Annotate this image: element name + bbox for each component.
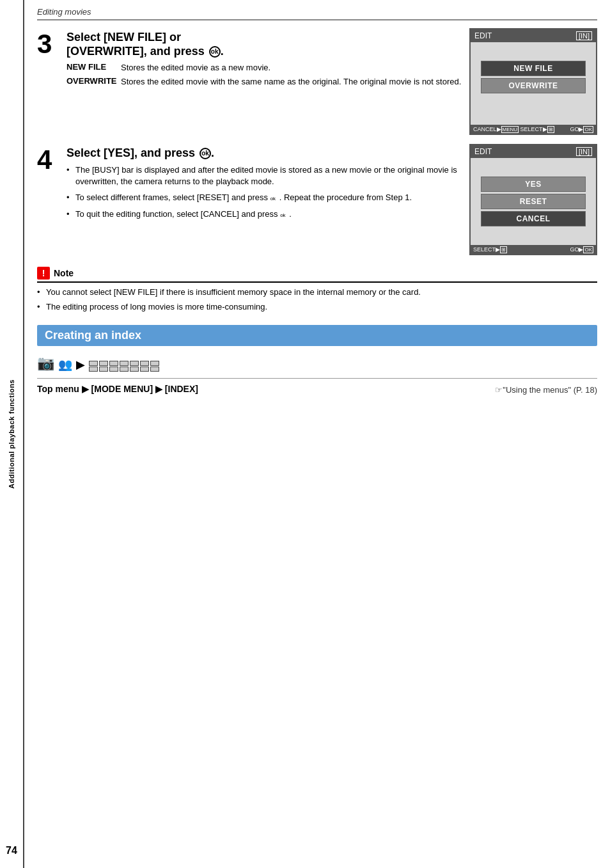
step3-ui-title: EDIT [IN] — [471, 29, 596, 42]
def-desc-overwrite: Stores the edited movie with the same na… — [121, 76, 461, 88]
film-strip — [89, 361, 159, 372]
step3-ui-footer: CANCEL▶MENU SELECT▶⊞ GO▶OK — [471, 125, 596, 134]
step4-ui-spacer2 — [476, 228, 591, 241]
note-label: Note — [54, 268, 74, 278]
note-item1: You cannot select [NEW FILE] if there is… — [37, 287, 597, 299]
page-title: Editing movies — [37, 7, 91, 17]
step4-bullet2: To select different frames, select [RESE… — [66, 192, 597, 205]
step3-ui-spacer3 — [476, 108, 591, 121]
step4-period: . — [211, 146, 214, 159]
step4-footer-right: GO▶OK — [570, 246, 593, 253]
note-header: ! Note — [37, 267, 597, 283]
step4-ui-title: EDIT [IN] — [471, 145, 596, 158]
sidebar: Additional playback functions 74 — [0, 0, 24, 868]
step3-section: 3 EDIT [IN] NEW FILE OVERWRITE — [37, 31, 597, 135]
step3-ui-badge: [IN] — [576, 31, 592, 40]
film-cell — [120, 361, 129, 366]
play-icon: ▶ — [76, 358, 85, 372]
note-box: ! Note You cannot select [NEW FILE] if t… — [37, 267, 597, 313]
step3-period: . — [221, 45, 224, 58]
step4-bullet3: To quit the editing function, select [CA… — [66, 209, 597, 221]
note-list: You cannot select [NEW FILE] if there is… — [37, 287, 597, 313]
camera-icon: 📷 — [37, 355, 54, 372]
note-item2: The editing process of long movies is mo… — [37, 301, 597, 313]
step4-number: 4 — [37, 146, 60, 255]
section-banner: Creating an index — [37, 325, 597, 346]
step3-btn-overwrite: OVERWRITE — [481, 78, 586, 93]
step4-ok-inline1: ok — [270, 196, 279, 205]
step4-bullets: The [BUSY] bar is displayed and after th… — [66, 164, 597, 222]
step3-ui-spacer1 — [476, 46, 591, 59]
group-icon: 👥 — [58, 358, 72, 372]
step4-ui-footer: SELECT▶⊞ GO▶OK — [471, 245, 596, 254]
step4-section: 4 EDIT [IN] YES RESET CANCEL — [37, 146, 597, 255]
film-cell — [99, 367, 108, 372]
step4-content: EDIT [IN] YES RESET CANCEL SELECT▶⊞ — [66, 146, 597, 255]
step3-ui-title-text: EDIT — [474, 31, 492, 40]
step4-bullet1: The [BUSY] bar is displayed and after th… — [66, 164, 597, 189]
film-cell — [109, 367, 118, 372]
step3-footer-left: CANCEL▶MENU SELECT▶⊞ — [473, 126, 554, 132]
film-cell — [150, 361, 159, 366]
note-icon: ! — [37, 267, 50, 280]
film-row1 — [89, 361, 159, 366]
film-cell — [99, 361, 108, 366]
menu-ref: ☞"Using the menus" (P. 18) — [495, 385, 597, 395]
step4-ok-inline2: ok — [280, 212, 289, 221]
film-cell — [130, 361, 139, 366]
step3-ok-circle: ok — [209, 46, 221, 58]
film-cell — [89, 361, 98, 366]
def-item-overwrite: OVERWRITE Stores the edited movie with t… — [66, 76, 462, 88]
film-cell — [140, 361, 149, 366]
page-number: 74 — [6, 845, 17, 856]
def-item-newfile: NEW FILE Stores the edited movie as a ne… — [66, 62, 462, 74]
page-header: Editing movies — [37, 6, 597, 20]
def-desc-newfile: Stores the edited movie as a new movie. — [121, 62, 270, 74]
step3-ui-box: EDIT [IN] NEW FILE OVERWRITE CANCEL▶MENU… — [469, 28, 597, 135]
step4-footer-left: SELECT▶⊞ — [473, 246, 507, 253]
menu-path-text: Top menu ▶ [MODE MENU] ▶ [INDEX] — [37, 384, 198, 394]
step3-btn-newfile: NEW FILE — [481, 61, 586, 76]
step3-content: EDIT [IN] NEW FILE OVERWRITE CANCEL▶MENU… — [66, 31, 597, 135]
step3-number: 3 — [37, 31, 60, 135]
step4-ok-circle: ok — [199, 148, 211, 159]
menu-path-row: Top menu ▶ [MODE MENU] ▶ [INDEX] ☞"Using… — [37, 378, 597, 397]
film-cell — [109, 361, 118, 366]
step3-camera-ui: EDIT [IN] NEW FILE OVERWRITE CANCEL▶MENU… — [469, 28, 597, 135]
step4-title-text: Select [YES], and press — [66, 146, 198, 159]
main-content: Editing movies 3 EDIT [IN] NEW FILE — [24, 0, 610, 868]
step3-title-text: Select [NEW FILE] or[OVERWRITE], and pre… — [66, 31, 208, 58]
step4-ui-title-text: EDIT — [474, 147, 492, 156]
icons-row: 📷 👥 ▶ — [37, 355, 597, 372]
film-cell — [130, 367, 139, 372]
film-cell — [89, 367, 98, 372]
def-term-newfile: NEW FILE — [66, 62, 121, 74]
page-wrapper: Additional playback functions 74 Editing… — [0, 0, 610, 868]
def-term-overwrite: OVERWRITE — [66, 76, 121, 88]
step3-ui-body: NEW FILE OVERWRITE — [471, 42, 596, 125]
film-cell — [150, 367, 159, 372]
section-title: Creating an index — [45, 329, 141, 342]
film-cell — [120, 367, 129, 372]
film-cell — [140, 367, 149, 372]
step3-ui-spacer2 — [476, 95, 591, 108]
step3-footer-right: GO▶OK — [570, 126, 593, 132]
step4-ui-badge: [IN] — [576, 147, 592, 156]
film-row2 — [89, 367, 159, 372]
sidebar-label: Additional playback functions — [8, 379, 15, 489]
